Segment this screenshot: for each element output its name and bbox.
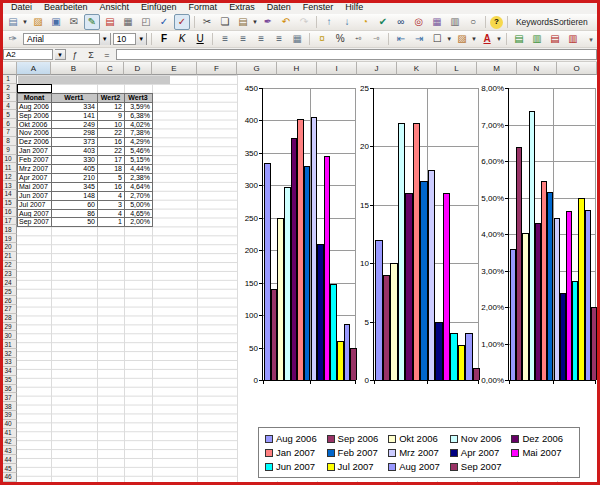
row-header-14[interactable]: 14 bbox=[0, 190, 17, 199]
row-header-34[interactable]: 34 bbox=[0, 367, 17, 376]
table-cell[interactable]: 2,00% bbox=[125, 218, 153, 227]
table-cell[interactable]: 4,65% bbox=[125, 209, 153, 218]
row-header-10[interactable]: 10 bbox=[0, 155, 17, 164]
column-header-M[interactable]: M bbox=[477, 62, 517, 75]
row-header-19[interactable]: 19 bbox=[0, 234, 17, 243]
column-header-F[interactable]: F bbox=[197, 62, 237, 75]
function-wizard-icon[interactable]: ƒ bbox=[68, 50, 82, 60]
table-cell[interactable]: Feb 2007 bbox=[18, 156, 52, 165]
table-cell[interactable]: Aug 2007 bbox=[18, 209, 52, 218]
column-header-H[interactable]: H bbox=[277, 62, 317, 75]
formula-icon[interactable]: = bbox=[100, 50, 114, 60]
row-header-8[interactable]: 8 bbox=[0, 137, 17, 146]
table-cell[interactable]: 4 bbox=[98, 209, 125, 218]
row-header-15[interactable]: 15 bbox=[0, 199, 17, 208]
column-header-I[interactable]: I bbox=[317, 62, 357, 75]
row-header-2[interactable]: 2 bbox=[0, 84, 17, 93]
menu-item-hilfe[interactable]: Hilfe bbox=[339, 1, 369, 14]
table-cell[interactable]: 4,29% bbox=[125, 138, 153, 147]
row-header-20[interactable]: 20 bbox=[0, 243, 17, 252]
row-header-4[interactable]: 4 bbox=[0, 102, 17, 111]
row-header-29[interactable]: 29 bbox=[0, 323, 17, 332]
row-header-28[interactable]: 28 bbox=[0, 314, 17, 323]
bar-mai-2007[interactable] bbox=[324, 156, 331, 380]
table-cell[interactable]: 4 bbox=[98, 191, 125, 200]
row-header-18[interactable]: 18 bbox=[0, 225, 17, 234]
open-folder-icon[interactable]: ▨ bbox=[30, 14, 46, 30]
chevron-down-icon[interactable]: ▼ bbox=[446, 36, 452, 42]
table-cell[interactable]: 4,64% bbox=[125, 182, 153, 191]
gallery-icon[interactable]: ▦ bbox=[429, 14, 445, 30]
bar-nov-2006[interactable] bbox=[284, 187, 291, 380]
row-header-13[interactable]: 13 bbox=[0, 181, 17, 190]
row-header-42[interactable]: 42 bbox=[0, 438, 17, 447]
table-cell[interactable]: Nov 2006 bbox=[18, 129, 52, 138]
insert-column-icon[interactable]: ▥ bbox=[529, 31, 545, 47]
table-cell[interactable]: 22 bbox=[98, 129, 125, 138]
align-center-icon[interactable]: ≡ bbox=[235, 31, 251, 47]
merge-cells-icon[interactable]: ▦ bbox=[289, 31, 305, 47]
formula-input[interactable] bbox=[116, 49, 597, 60]
row-header-43[interactable]: 43 bbox=[0, 446, 17, 455]
table-cell[interactable]: 330 bbox=[52, 156, 98, 165]
bar-nov-2006[interactable] bbox=[398, 123, 406, 380]
bar-dez-2006[interactable] bbox=[291, 138, 298, 380]
row-header-32[interactable]: 32 bbox=[0, 349, 17, 358]
legend-item[interactable]: Dez 2006 bbox=[511, 433, 573, 444]
row-header-27[interactable]: 27 bbox=[0, 305, 17, 314]
row-header-11[interactable]: 11 bbox=[0, 163, 17, 172]
menu-item-datei[interactable]: Datei bbox=[5, 1, 38, 14]
menu-item-daten[interactable]: Daten bbox=[261, 1, 297, 14]
column-header-G[interactable]: G bbox=[237, 62, 277, 75]
table-cell[interactable]: 210 bbox=[52, 173, 98, 182]
table-cell[interactable]: 16 bbox=[98, 182, 125, 191]
bar-aug-2007[interactable] bbox=[344, 324, 351, 380]
select-all-corner[interactable] bbox=[0, 62, 17, 75]
export-pdf-icon[interactable]: ▤ bbox=[102, 14, 118, 30]
table-cell[interactable]: 10 bbox=[98, 120, 125, 129]
table-cell[interactable]: Jul 2007 bbox=[18, 200, 52, 209]
navigator-icon[interactable]: ◎ bbox=[411, 14, 427, 30]
format-paintbrush-icon[interactable]: ✒ bbox=[260, 14, 276, 30]
row-header-3[interactable]: 3 bbox=[0, 93, 17, 102]
copy-icon[interactable]: ❏ bbox=[217, 14, 233, 30]
decrease-indent-icon[interactable]: ⇤ bbox=[393, 31, 409, 47]
edit-mode-icon[interactable]: ✎ bbox=[84, 14, 100, 30]
row-header-38[interactable]: 38 bbox=[0, 402, 17, 411]
autofilter-check-icon[interactable]: ✔ bbox=[375, 14, 391, 30]
underline-button[interactable]: U bbox=[192, 31, 208, 47]
undo-icon[interactable]: ↶ bbox=[278, 14, 294, 30]
row-header-22[interactable]: 22 bbox=[0, 261, 17, 270]
bar-jul-2007[interactable] bbox=[458, 345, 466, 380]
legend-item[interactable]: Nov 2006 bbox=[450, 433, 512, 444]
menu-item-fenster[interactable]: Fenster bbox=[297, 1, 340, 14]
menu-item-bearbeiten[interactable]: Bearbeiten bbox=[38, 1, 94, 14]
column-header-C[interactable]: C bbox=[97, 62, 124, 75]
table-cell[interactable]: Jan 2007 bbox=[18, 147, 52, 156]
table-cell[interactable]: 7,38% bbox=[125, 129, 153, 138]
row-header-36[interactable]: 36 bbox=[0, 385, 17, 394]
table-cell[interactable]: 5,15% bbox=[125, 156, 153, 165]
spellcheck-icon[interactable]: ✓ bbox=[156, 14, 172, 30]
legend-item[interactable]: Jul 2007 bbox=[327, 461, 389, 472]
bar-mai-2007[interactable] bbox=[443, 193, 451, 380]
bar-jun-2007[interactable] bbox=[330, 284, 337, 380]
email-icon[interactable]: ✉ bbox=[66, 14, 82, 30]
row-header-39[interactable]: 39 bbox=[0, 411, 17, 420]
column-header-E[interactable]: E bbox=[152, 62, 197, 75]
delete-row-icon[interactable]: ▤ bbox=[547, 31, 563, 47]
row-header-12[interactable]: 12 bbox=[0, 172, 17, 181]
auto-spellcheck-icon[interactable]: ✓ bbox=[174, 14, 190, 30]
delete-decimal-icon[interactable]: ⁻⁰ bbox=[368, 31, 384, 47]
table-cell[interactable]: Sep 2006 bbox=[18, 111, 52, 120]
legend-item[interactable]: Sep 2006 bbox=[327, 433, 389, 444]
row-header-31[interactable]: 31 bbox=[0, 340, 17, 349]
table-cell[interactable]: 16 bbox=[98, 138, 125, 147]
legend-item[interactable]: Sep 2007 bbox=[450, 461, 512, 472]
table-cell[interactable]: 86 bbox=[52, 209, 98, 218]
currency-format-icon[interactable]: ¤ bbox=[314, 31, 330, 47]
table-cell[interactable]: 334 bbox=[52, 102, 98, 111]
zoom-icon[interactable]: ○ bbox=[465, 14, 481, 30]
bar-feb-2007[interactable] bbox=[420, 181, 428, 380]
menu-item-format[interactable]: Format bbox=[183, 1, 224, 14]
